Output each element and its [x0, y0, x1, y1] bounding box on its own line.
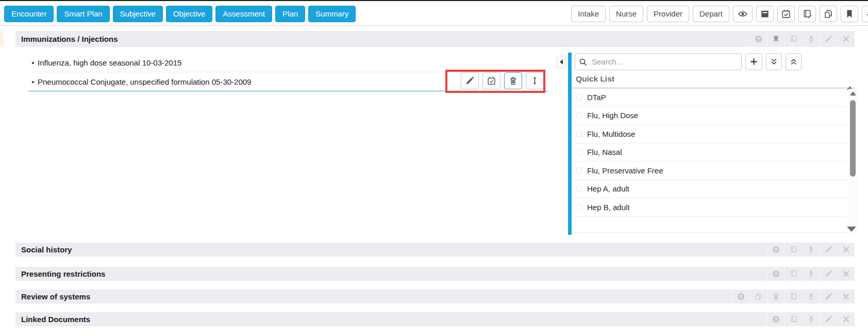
move-row-button[interactable] — [526, 72, 544, 89]
calendar-check-icon — [487, 76, 496, 85]
quick-list-collapse-caret[interactable] — [847, 77, 853, 87]
quick-list-item[interactable]: Flu, High Dose — [572, 107, 846, 125]
archive-button[interactable] — [756, 6, 774, 22]
microphone-button[interactable] — [802, 243, 820, 257]
section-header-presenting-restrictions[interactable]: Presenting restrictions — [15, 267, 855, 281]
bookmark-button[interactable] — [767, 31, 784, 47]
quick-list-item[interactable]: Flu, Preservative Free — [572, 162, 846, 180]
pencil-icon — [825, 315, 832, 323]
close-button[interactable] — [837, 267, 855, 281]
panel-bottom-divider — [572, 232, 848, 233]
book-icon — [790, 270, 797, 278]
calendar-row-button[interactable] — [482, 72, 500, 89]
eye-button[interactable] — [733, 6, 753, 22]
microphone-button[interactable] — [802, 31, 820, 47]
triangle-left-icon — [560, 59, 563, 65]
stage-button[interactable]: Provider — [647, 6, 689, 22]
section-title: Immunizations / Injections — [15, 35, 118, 43]
book-button[interactable] — [798, 6, 816, 22]
pencil-button[interactable] — [820, 243, 837, 257]
add-button[interactable] — [745, 53, 762, 70]
book-button[interactable] — [784, 31, 802, 47]
pencil-button[interactable] — [820, 290, 837, 304]
book-button[interactable] — [784, 243, 802, 257]
help-icon — [772, 315, 780, 323]
quick-list-item[interactable]: Flu, Nasal — [572, 143, 846, 162]
panel-collapse-button[interactable] — [557, 56, 566, 68]
pencil-icon — [825, 293, 832, 300]
microphone-icon — [807, 270, 815, 278]
scroll-down-icon[interactable] — [847, 227, 856, 232]
topbar-right-group: Intake Nurse Provider Depart — [571, 6, 868, 22]
help-button[interactable] — [767, 243, 784, 257]
pencil-button[interactable] — [820, 267, 837, 281]
collapse-all-button[interactable] — [786, 53, 802, 70]
nav-tab[interactable]: Summary — [308, 6, 356, 22]
microphone-icon — [807, 35, 815, 43]
section-header-linked-documents[interactable]: Linked Documents — [15, 312, 855, 326]
search-icon — [579, 58, 587, 66]
quick-list-item[interactable]: Hep A, adult — [572, 180, 846, 199]
section-header-social-history[interactable]: Social history — [15, 243, 855, 257]
radio-circle-icon — [576, 204, 582, 211]
microphone-button[interactable] — [802, 312, 820, 326]
close-icon — [842, 293, 850, 300]
help-button[interactable] — [732, 290, 749, 304]
book-button[interactable] — [784, 312, 802, 326]
book-icon — [790, 246, 797, 253]
nav-tab[interactable]: Assessment — [215, 6, 272, 22]
stage-button[interactable]: Depart — [693, 6, 729, 22]
delete-row-button[interactable] — [504, 72, 522, 89]
scroll-up-icon[interactable] — [850, 91, 856, 95]
stage-button[interactable]: Intake — [571, 6, 606, 22]
expand-all-button[interactable] — [766, 53, 782, 70]
quick-list-item[interactable]: Flu, Multidose — [572, 125, 846, 143]
immunization-text: Pneumococcal Conjugate, unspecified form… — [38, 77, 251, 86]
quick-list-item[interactable]: DTaP — [572, 88, 846, 107]
stage-button[interactable]: Nurse — [609, 6, 643, 22]
close-button[interactable] — [837, 312, 855, 326]
pencil-icon — [825, 270, 832, 278]
immunization-row[interactable]: Influenza, high dose seasonal 10-03-2015 — [28, 53, 548, 72]
help-icon — [755, 35, 762, 43]
pencil-icon — [825, 35, 832, 43]
book-button[interactable] — [784, 290, 802, 304]
microphone-button[interactable] — [802, 267, 820, 281]
pencil-button[interactable] — [820, 31, 837, 47]
immunization-text: Influenza, high dose seasonal 10-03-2015 — [38, 58, 181, 67]
close-button[interactable] — [837, 243, 855, 257]
copy-button[interactable] — [820, 6, 837, 22]
nav-tab[interactable]: Smart Plan — [57, 6, 109, 22]
section-title: Linked Documents — [15, 315, 90, 324]
quick-list-scrollbar[interactable] — [848, 89, 858, 235]
close-button[interactable] — [837, 290, 855, 304]
nav-tab[interactable]: Plan — [275, 6, 305, 22]
copy-icon — [755, 293, 762, 300]
radio-circle-icon — [576, 94, 582, 101]
help-button[interactable] — [767, 267, 784, 281]
nav-tab[interactable]: Encounter — [4, 6, 54, 22]
quick-list: DTaP Flu, High Dose Flu, Multidose Flu, … — [572, 88, 846, 217]
nav-tab[interactable]: Objective — [166, 6, 213, 22]
pencil-button[interactable] — [820, 312, 837, 326]
search-input[interactable] — [591, 57, 741, 67]
settings-gears-button[interactable] — [862, 6, 868, 22]
section-header-review-of-systems[interactable]: Review of systems — [15, 290, 855, 304]
edit-row-button[interactable] — [461, 72, 479, 89]
close-icon — [842, 315, 850, 323]
bookmark-button[interactable] — [841, 6, 858, 22]
help-button[interactable] — [749, 31, 767, 47]
scrollbar-thumb[interactable] — [850, 100, 856, 177]
trash-button[interactable] — [767, 290, 784, 304]
microphone-icon — [807, 246, 815, 253]
nav-tab[interactable]: Subjective — [113, 6, 163, 22]
section-header-immunizations[interactable]: Immunizations / Injections — [15, 31, 855, 47]
book-button[interactable] — [784, 267, 802, 281]
help-button[interactable] — [767, 312, 784, 326]
quick-list-item[interactable]: Hep B, adult — [572, 198, 846, 217]
copy-button[interactable] — [749, 290, 767, 304]
microphone-button[interactable] — [802, 290, 820, 304]
close-button[interactable] — [837, 31, 855, 47]
calendar-check-button[interactable] — [777, 6, 795, 22]
stage-buttons: Intake Nurse Provider Depart — [571, 6, 729, 22]
